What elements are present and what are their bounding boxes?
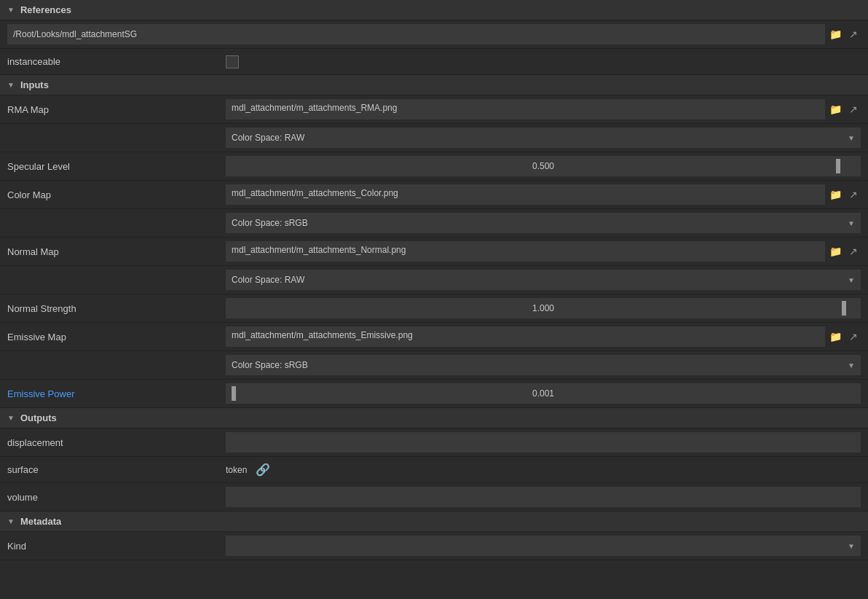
kind-row: Kind ▼ bbox=[0, 532, 868, 560]
normal-strength-row: Normal Strength 1.000 bbox=[0, 294, 868, 323]
volume-field bbox=[226, 487, 861, 507]
metadata-header[interactable]: ▼ Metadata bbox=[0, 512, 868, 532]
color-map-row: Color Map mdl_attachment/m_attachments_C… bbox=[0, 181, 868, 209]
outputs-collapse-arrow: ▼ bbox=[7, 414, 15, 422]
emissive-map-row: Emissive Map mdl_attachment/m_attachment… bbox=[0, 323, 868, 351]
normal-map-value: mdl_attachment/m_attachments_Normal.png … bbox=[226, 241, 861, 262]
outputs-header[interactable]: ▼ Outputs bbox=[0, 408, 868, 428]
normal-map-field[interactable]: mdl_attachment/m_attachments_Normal.png bbox=[226, 241, 825, 262]
emissive-map-field[interactable]: mdl_attachment/m_attachments_Emissive.pn… bbox=[226, 326, 825, 347]
rma-colorspace-arrow: ▼ bbox=[848, 134, 855, 142]
references-collapse-arrow: ▼ bbox=[7, 6, 15, 14]
metadata-label: Metadata bbox=[20, 516, 61, 527]
color-map-colorspace-text: Color Space: sRGB bbox=[232, 218, 308, 228]
displacement-row: displacement bbox=[0, 428, 868, 457]
kind-value: ▼ bbox=[226, 536, 861, 556]
normal-map-colorspace-text: Color Space: RAW bbox=[232, 275, 304, 285]
inputs-header[interactable]: ▼ Inputs bbox=[0, 75, 868, 95]
normal-map-colorspace-arrow: ▼ bbox=[848, 276, 855, 284]
displacement-field bbox=[226, 432, 861, 453]
references-section: ▼ References /Root/Looks/mdl_attachmentS… bbox=[0, 0, 868, 75]
rma-map-field[interactable]: mdl_attachment/m_attachments_RMA.png bbox=[226, 99, 825, 120]
kind-arrow: ▼ bbox=[848, 542, 855, 550]
normal-map-folder-button[interactable]: 📁 bbox=[826, 244, 845, 259]
outputs-content: displacement surface token 🔗 volume bbox=[0, 428, 868, 512]
normal-strength-slider[interactable]: 1.000 bbox=[226, 298, 861, 318]
inputs-content: RMA Map mdl_attachment/m_attachments_RMA… bbox=[0, 95, 868, 408]
emissive-map-value: mdl_attachment/m_attachments_Emissive.pn… bbox=[226, 326, 861, 347]
emissive-map-colorspace-row: Color Space: sRGB ▼ bbox=[0, 351, 868, 380]
emissive-power-number: 0.001 bbox=[232, 388, 855, 399]
color-map-colorspace-value: Color Space: sRGB ▼ bbox=[226, 213, 861, 233]
normal-map-colorspace-dropdown[interactable]: Color Space: RAW ▼ bbox=[226, 270, 861, 290]
color-map-value: mdl_attachment/m_attachments_Color.png 📁… bbox=[226, 184, 861, 205]
emissive-map-label: Emissive Map bbox=[7, 332, 226, 342]
rma-colorspace-row: Color Space: RAW ▼ bbox=[0, 124, 868, 152]
emissive-map-colorspace-dropdown[interactable]: Color Space: sRGB ▼ bbox=[226, 355, 861, 375]
color-map-colorspace-row: Color Space: sRGB ▼ bbox=[0, 209, 868, 238]
rma-map-row: RMA Map mdl_attachment/m_attachments_RMA… bbox=[0, 95, 868, 124]
displacement-label: displacement bbox=[7, 437, 226, 448]
instanceable-row: instanceable bbox=[0, 49, 868, 75]
kind-dropdown[interactable]: ▼ bbox=[226, 536, 861, 556]
references-header[interactable]: ▼ References bbox=[0, 0, 868, 20]
instanceable-label: instanceable bbox=[7, 56, 226, 67]
emissive-map-colorspace-value: Color Space: sRGB ▼ bbox=[226, 355, 861, 375]
instanceable-checkbox[interactable] bbox=[226, 55, 239, 68]
specular-level-label: Specular Level bbox=[7, 161, 226, 172]
emissive-power-value: 0.001 bbox=[226, 383, 861, 404]
emissive-map-export-button[interactable]: ↗ bbox=[846, 329, 861, 344]
rma-colorspace-text: Color Space: RAW bbox=[232, 133, 304, 143]
rma-colorspace-value: Color Space: RAW ▼ bbox=[226, 128, 861, 148]
references-export-button[interactable]: ↗ bbox=[846, 27, 861, 42]
rma-colorspace-dropdown[interactable]: Color Space: RAW ▼ bbox=[226, 128, 861, 148]
inputs-label: Inputs bbox=[20, 79, 49, 90]
rma-map-label: RMA Map bbox=[7, 104, 226, 115]
emissive-power-label: Emissive Power bbox=[7, 388, 226, 399]
references-path-row: /Root/Looks/mdl_attachmentSG 📁 ↗ bbox=[0, 20, 868, 49]
color-map-folder-button[interactable]: 📁 bbox=[826, 187, 845, 202]
references-label: References bbox=[20, 4, 71, 15]
color-map-colorspace-arrow: ▼ bbox=[848, 219, 855, 227]
outputs-label: Outputs bbox=[20, 412, 57, 423]
emissive-power-slider[interactable]: 0.001 bbox=[226, 383, 861, 404]
specular-level-number: 0.500 bbox=[232, 161, 855, 171]
color-map-colorspace-dropdown[interactable]: Color Space: sRGB ▼ bbox=[226, 213, 861, 233]
inputs-section: ▼ Inputs RMA Map mdl_attachment/m_attach… bbox=[0, 75, 868, 408]
volume-label: volume bbox=[7, 492, 226, 503]
normal-map-row: Normal Map mdl_attachment/m_attachments_… bbox=[0, 238, 868, 266]
references-path-value: /Root/Looks/mdl_attachmentSG bbox=[7, 24, 825, 44]
surface-token: token bbox=[226, 465, 247, 475]
normal-map-export-button[interactable]: ↗ bbox=[846, 244, 861, 259]
emissive-power-thumb[interactable] bbox=[232, 386, 236, 401]
references-folder-button[interactable]: 📁 bbox=[826, 27, 845, 42]
emissive-map-folder-button[interactable]: 📁 bbox=[826, 329, 845, 344]
references-content: /Root/Looks/mdl_attachmentSG 📁 ↗ instanc… bbox=[0, 20, 868, 75]
displacement-value bbox=[226, 432, 861, 453]
rma-map-value: mdl_attachment/m_attachments_RMA.png 📁 ↗ bbox=[226, 99, 861, 120]
normal-map-colorspace-value: Color Space: RAW ▼ bbox=[226, 270, 861, 290]
emissive-map-colorspace-arrow: ▼ bbox=[848, 361, 855, 369]
color-map-export-button[interactable]: ↗ bbox=[846, 187, 861, 202]
color-map-field[interactable]: mdl_attachment/m_attachments_Color.png bbox=[226, 184, 825, 205]
rma-map-export-button[interactable]: ↗ bbox=[846, 102, 861, 117]
metadata-collapse-arrow: ▼ bbox=[7, 517, 15, 525]
normal-strength-label: Normal Strength bbox=[7, 303, 226, 314]
surface-value: token 🔗 bbox=[226, 463, 861, 477]
normal-map-colorspace-row: Color Space: RAW ▼ bbox=[0, 266, 868, 294]
normal-strength-thumb[interactable] bbox=[842, 301, 846, 316]
color-map-label: Color Map bbox=[7, 189, 226, 200]
metadata-content: Kind ▼ bbox=[0, 532, 868, 560]
rma-map-folder-button[interactable]: 📁 bbox=[826, 102, 845, 117]
instanceable-value bbox=[226, 55, 861, 68]
specular-level-value: 0.500 bbox=[226, 156, 861, 176]
specular-level-thumb[interactable] bbox=[836, 159, 840, 173]
inputs-collapse-arrow: ▼ bbox=[7, 81, 15, 89]
specular-level-slider[interactable]: 0.500 bbox=[226, 156, 861, 176]
surface-link-icon[interactable]: 🔗 bbox=[256, 463, 270, 477]
outputs-section: ▼ Outputs displacement surface token 🔗 v… bbox=[0, 408, 868, 512]
normal-map-label: Normal Map bbox=[7, 246, 226, 257]
volume-value bbox=[226, 487, 861, 507]
normal-strength-number: 1.000 bbox=[232, 303, 855, 313]
surface-label: surface bbox=[7, 464, 226, 475]
